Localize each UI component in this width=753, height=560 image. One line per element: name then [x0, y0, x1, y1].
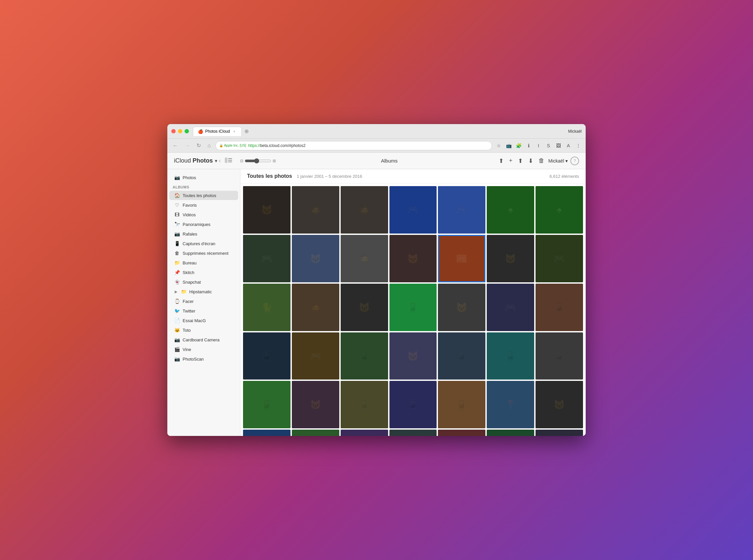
photo-cell[interactable]: 🐱 — [487, 235, 534, 282]
hipstamatic-icon: 📁 — [180, 288, 187, 295]
active-tab[interactable]: 🍎 Photos iCloud × — [193, 127, 242, 136]
sidebar-item-vine[interactable]: 🎬 Vine — [169, 345, 238, 354]
photo-cell[interactable]: 📱 — [438, 333, 485, 380]
sidebar-item-snapchat[interactable]: 👻 Snapchat — [169, 277, 238, 287]
photo-cell[interactable]: 📱 — [243, 333, 290, 380]
photo-cell[interactable]: 📱 — [292, 429, 339, 436]
sidebar-back-arrow[interactable]: ‹ — [217, 156, 222, 165]
home-button[interactable]: ⌂ — [206, 141, 213, 150]
photo-cell[interactable]: 🐱 — [389, 235, 437, 282]
photo-cell[interactable]: 🎮 — [243, 235, 290, 282]
skype-button[interactable]: S — [544, 142, 553, 149]
address-input-container[interactable]: 🔒 Apple Inc. [US] https://beta.icloud.co… — [215, 141, 492, 150]
photo-cell[interactable]: 📱 — [389, 284, 437, 331]
hipstamatic-expand-button[interactable]: ▶ — [174, 289, 178, 295]
sidebar-toggle-button[interactable] — [222, 156, 235, 165]
sidebar-item-supprimees[interactable]: 🗑 Supprimées récemment — [169, 248, 238, 258]
photo-cell[interactable]: 🧔 — [341, 186, 388, 234]
maximize-window-button[interactable] — [185, 129, 189, 133]
photo-cell[interactable]: 🐱 — [243, 186, 290, 234]
photo-cell[interactable]: 📱 — [438, 429, 485, 436]
photo-cell[interactable]: 🎮 — [292, 333, 339, 380]
photo-cell[interactable]: 🎮 — [389, 186, 437, 234]
photo-cell[interactable]: 📱 — [389, 429, 437, 436]
tab-close-button[interactable]: × — [232, 129, 237, 134]
photo-cell[interactable]: 🎮 — [487, 284, 534, 331]
sidebar-item-cardboard[interactable]: 📷 Cardboard Camera — [169, 335, 238, 344]
photo-cell[interactable]: 📍 — [487, 381, 534, 428]
photo-cell[interactable]: 🐱 — [292, 381, 339, 428]
close-window-button[interactable] — [171, 129, 176, 133]
sidebar-item-facer[interactable]: ⌚ Facer — [169, 297, 238, 306]
sidebar-item-essai[interactable]: 📄 Essai MacG — [169, 316, 238, 325]
photo-cell[interactable]: 📱 — [536, 429, 583, 436]
avatar-button[interactable]: A — [564, 142, 573, 149]
browser-window: 🍎 Photos iCloud × ⊕ Mickaël ← → ↻ ⌂ 🔒 Ap… — [167, 124, 586, 436]
sidebar-item-photoscan-label: PhotoScan — [182, 357, 233, 362]
photo-cell[interactable]: 🐱 — [536, 381, 583, 428]
sidebar-item-rafales[interactable]: 📷 Rafales — [169, 229, 238, 239]
sidebar-item-captures[interactable]: 📱 Captures d'écran — [169, 239, 238, 248]
photo-cell[interactable]: 📱 — [389, 381, 437, 428]
extension-button[interactable]: 🧩 — [515, 142, 523, 149]
cast-button[interactable]: 📺 — [505, 142, 513, 149]
cursor-button[interactable]: I — [535, 142, 542, 149]
new-tab-button[interactable]: ⊕ — [242, 127, 251, 136]
minimize-window-button[interactable] — [178, 129, 182, 133]
sidebar-item-favoris[interactable]: ♡ Favoris — [169, 200, 238, 210]
info-button[interactable]: ℹ — [525, 142, 533, 149]
photo-cell[interactable]: 📰 — [438, 235, 485, 282]
photo-cell[interactable]: 📱 — [243, 429, 290, 436]
refresh-button[interactable]: ↻ — [195, 141, 203, 150]
photo-cell[interactable]: 🧔 — [341, 235, 388, 282]
sidebar-item-photoscan[interactable]: 📷 PhotoScan — [169, 354, 238, 364]
zoom-slider[interactable] — [245, 158, 271, 163]
sidebar-item-toutes[interactable]: 🏠 Toutes les photos — [169, 191, 238, 200]
photo-cell[interactable]: ♠ — [536, 186, 583, 234]
photo-cell[interactable]: 🧔 — [292, 186, 339, 234]
sidebar-item-panoramiques[interactable]: 🔭 Panoramiques — [169, 220, 238, 229]
address-bar: ← → ↻ ⌂ 🔒 Apple Inc. [US] https://beta.i… — [167, 139, 586, 153]
help-button[interactable]: ? — [571, 157, 579, 165]
sidebar-item-toto[interactable]: 🐱 Toto — [169, 325, 238, 335]
app-title-chevron: ▾ — [215, 158, 217, 164]
photo-cell[interactable]: 🐱 — [341, 284, 388, 331]
sidebar-item-twitter[interactable]: 🐦 Twitter — [169, 306, 238, 316]
facer-icon: ⌚ — [174, 298, 180, 304]
photo-cell[interactable]: ♠ — [487, 186, 534, 234]
add-button[interactable]: + — [508, 156, 514, 165]
photo-cell[interactable]: 📱 — [536, 333, 583, 380]
photo-cell[interactable]: 📱 — [341, 381, 388, 428]
photo-cell[interactable]: 📱 — [438, 381, 485, 428]
sidebar-item-hipstamatic[interactable]: ▶ 📁 Hipstamatic — [169, 287, 238, 296]
photo-cell[interactable]: 📱 — [487, 333, 534, 380]
app-title-dropdown[interactable]: ▾ — [215, 158, 217, 164]
share-button[interactable]: ⬆ — [517, 156, 524, 166]
delete-button[interactable]: 🗑 — [537, 156, 546, 165]
download-button[interactable]: ⬇ — [527, 156, 535, 166]
more-options-button[interactable]: ⋮ — [574, 142, 582, 149]
photo-cell[interactable]: 📱 — [243, 381, 290, 428]
photo-cell[interactable]: 📱 — [487, 429, 534, 436]
upload-button[interactable]: ⬆ — [497, 156, 505, 166]
photo-cell[interactable]: 🐈 — [243, 284, 290, 331]
forward-button[interactable]: → — [182, 141, 192, 150]
sidebar-item-bureau[interactable]: 📁 Bureau — [169, 258, 238, 267]
photo-cell[interactable]: 🐱 — [292, 235, 339, 282]
sidebar-item-skitch[interactable]: 📌 Skitch — [169, 268, 238, 277]
photo-cell[interactable]: 🎮 — [536, 235, 583, 282]
twitter-icon: 🐦 — [174, 308, 180, 314]
photo-cell[interactable]: 🎮 — [438, 186, 485, 234]
back-button[interactable]: ← — [171, 141, 180, 150]
photo-cell[interactable]: 📱 — [341, 429, 388, 436]
sidebar-item-photos[interactable]: 📷 Photos — [169, 173, 238, 182]
photo-cell[interactable]: 📱 — [536, 284, 583, 331]
photo-cell[interactable]: 🧔 — [292, 284, 339, 331]
photo-cell[interactable]: 📱 — [341, 333, 388, 380]
user-dropdown-button[interactable]: Mickaël ▾ — [548, 158, 568, 163]
sidebar-item-videos[interactable]: 🎞 Vidéos — [169, 210, 238, 219]
screenshot-button[interactable]: 🖼 — [555, 142, 562, 149]
photo-cell[interactable]: 🐱 — [389, 333, 437, 380]
bookmark-button[interactable]: ☆ — [495, 142, 503, 149]
photo-cell[interactable]: 🐱 — [438, 284, 485, 331]
